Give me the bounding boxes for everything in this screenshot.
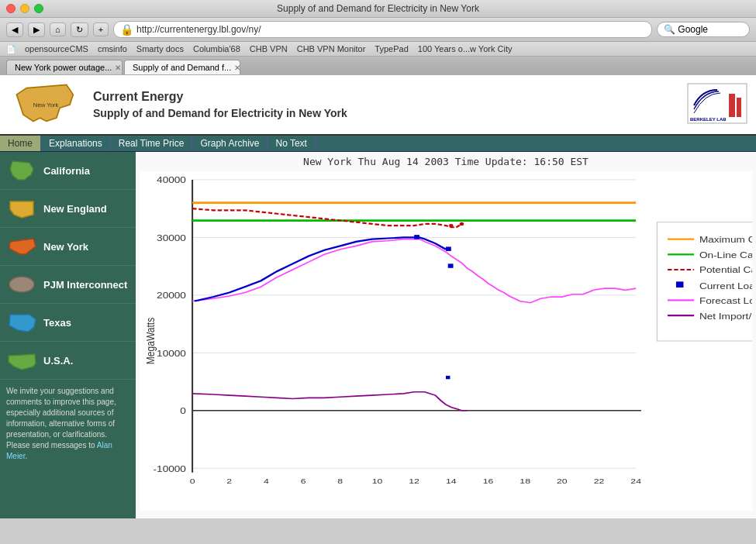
sidebar-item-california[interactable]: California	[0, 152, 136, 190]
svg-text:8: 8	[337, 477, 343, 485]
bookmark-chbvpnmon[interactable]: CHB VPN Monitor	[297, 44, 366, 53]
svg-text:Forecast Load: Forecast Load	[699, 296, 752, 305]
nav-archive[interactable]: Graph Archive	[192, 136, 268, 151]
sidebar-bottom-text: We invite your suggestions and comments …	[6, 387, 116, 449]
svg-rect-2	[729, 94, 735, 117]
reload-button[interactable]: ↻	[71, 22, 88, 37]
bookmark-smarty[interactable]: Smarty docs	[136, 44, 184, 53]
sidebar-bottom: We invite your suggestions and comments …	[0, 380, 136, 468]
sidebar: California New England New York	[0, 152, 136, 518]
texas-label: Texas	[43, 317, 71, 329]
svg-rect-39	[414, 235, 419, 239]
browser-chrome: Supply of and Demand for Electricity in …	[0, 0, 756, 75]
search-placeholder: Google	[678, 24, 708, 35]
svg-text:6: 6	[301, 477, 306, 485]
site-nav: Home Explanations Real Time Price Graph …	[0, 136, 756, 152]
nav-home[interactable]: Home	[0, 136, 41, 151]
usa-label: U.S.A.	[43, 355, 73, 367]
nav-bar: ◀ ▶ ⌂ ↻ + 🔒 http://currentenergy.lbl.gov…	[0, 18, 756, 42]
bookmark-chbvpn[interactable]: CHB VPN	[250, 44, 288, 53]
svg-text:20000: 20000	[157, 291, 186, 301]
page-content: New York Current Energy Supply of and De…	[0, 75, 756, 518]
svg-rect-42	[446, 376, 450, 379]
tab-0-close[interactable]: ✕	[115, 64, 121, 72]
forward-button[interactable]: ▶	[28, 22, 45, 37]
svg-text:BERKELEY LAB: BERKELEY LAB	[690, 117, 727, 122]
svg-text:10: 10	[372, 477, 383, 485]
tab-1[interactable]: Supply of and Demand f... ✕	[124, 60, 240, 74]
pjm-icon	[6, 274, 37, 295]
tab-0-label: New York power outage...	[15, 63, 112, 72]
svg-text:2: 2	[226, 477, 232, 485]
chart-container: 40000 30000 20000 10000 0 -10000 0 2 4 6…	[140, 171, 752, 511]
traffic-lights	[6, 4, 43, 13]
sidebar-item-pjm[interactable]: PJM Interconnect	[0, 266, 136, 304]
close-button[interactable]	[6, 4, 16, 13]
svg-text:24: 24	[630, 477, 641, 485]
svg-text:10000: 10000	[157, 349, 186, 358]
svg-text:30000: 30000	[157, 233, 186, 243]
ny-map-header: New York	[8, 81, 85, 128]
site-title: Current Energy	[93, 90, 686, 104]
nav-notext[interactable]: No Text	[268, 136, 315, 151]
site-header: New York Current Energy Supply of and De…	[0, 75, 756, 136]
title-bar: Supply of and Demand for Electricity in …	[0, 0, 756, 18]
sidebar-item-texas[interactable]: Texas	[0, 304, 136, 342]
main-layout: California New England New York	[0, 152, 756, 518]
newyork-label: New York	[43, 241, 88, 253]
sidebar-item-newengland[interactable]: New England	[0, 190, 136, 228]
bookmarks-bar: 📄 opensourceCMS cmsinfo Smarty docs Colu…	[0, 42, 756, 57]
berkeley-logo: BERKELEY LAB	[686, 82, 748, 127]
minimize-button[interactable]	[20, 4, 29, 13]
svg-text:14: 14	[446, 477, 457, 485]
sidebar-item-newyork[interactable]: New York	[0, 228, 136, 266]
search-bar[interactable]: 🔍 Google	[657, 22, 750, 37]
address-bar[interactable]: 🔒 http://currentenergy.lbl.gov/ny/	[113, 21, 652, 38]
svg-text:4: 4	[264, 477, 269, 485]
new-tab-button[interactable]: +	[93, 22, 109, 36]
bookmark-opensource[interactable]: opensourceCMS	[25, 44, 88, 53]
svg-point-37	[449, 224, 453, 227]
chart-title: New York Thu Aug 14 2003 Time Update: 16…	[140, 156, 752, 167]
texas-icon	[6, 312, 37, 333]
svg-text:Net Import/Export: Net Import/Export	[699, 312, 752, 321]
svg-text:16: 16	[483, 477, 494, 485]
california-label: California	[43, 165, 90, 177]
bookmark-100years[interactable]: 100 Years o...w York City	[418, 44, 513, 53]
site-header-title: Current Energy Supply of and Demand for …	[85, 90, 686, 119]
svg-text:New York: New York	[33, 102, 59, 108]
bookmark-typepad[interactable]: TypePad	[375, 44, 408, 53]
svg-text:MegaWatts: MegaWatts	[144, 318, 157, 365]
sidebar-item-usa[interactable]: U.S.A.	[0, 342, 136, 380]
svg-rect-50	[676, 281, 684, 287]
usa-icon	[6, 349, 37, 371]
url-text: http://currentenergy.lbl.gov/ny/	[136, 24, 261, 35]
svg-text:0: 0	[190, 477, 195, 485]
svg-rect-41	[448, 263, 454, 267]
nav-explanations[interactable]: Explanations	[41, 136, 111, 151]
california-icon	[6, 160, 37, 181]
svg-text:On-Line Capacity: On-Line Capacity	[699, 250, 752, 260]
newengland-label: New England	[43, 203, 107, 215]
svg-text:Current Load: Current Load	[699, 281, 752, 291]
newengland-icon	[6, 198, 37, 219]
svg-rect-40	[446, 246, 451, 250]
svg-point-38	[460, 222, 464, 226]
tab-0[interactable]: New York power outage... ✕	[6, 60, 123, 74]
svg-text:0: 0	[180, 406, 186, 415]
back-button[interactable]: ◀	[6, 22, 23, 37]
nav-realtime[interactable]: Real Time Price	[111, 136, 193, 151]
bookmark-cmsinfo[interactable]: cmsinfo	[98, 44, 127, 53]
newyork-icon	[6, 236, 37, 257]
svg-text:22: 22	[594, 477, 605, 485]
tab-1-label: Supply of and Demand f...	[133, 63, 231, 72]
tab-1-close[interactable]: ✕	[234, 64, 240, 72]
electricity-chart: 40000 30000 20000 10000 0 -10000 0 2 4 6…	[140, 171, 752, 511]
svg-rect-3	[737, 98, 741, 117]
svg-text:Potential Capacity: Potential Capacity	[699, 266, 752, 275]
home-button[interactable]: ⌂	[50, 22, 66, 36]
window-title: Supply of and Demand for Electricity in …	[277, 3, 479, 14]
svg-text:20: 20	[557, 477, 568, 485]
bookmark-columbia[interactable]: Columbia'68	[193, 44, 240, 53]
maximize-button[interactable]	[34, 4, 43, 13]
